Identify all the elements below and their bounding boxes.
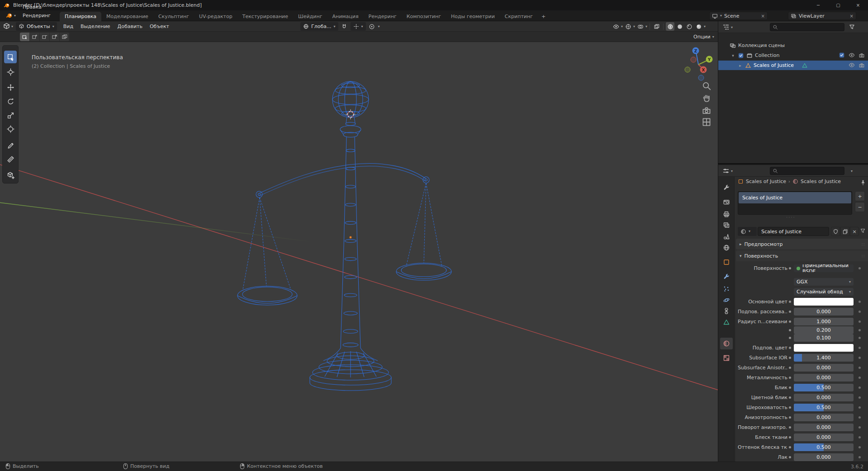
- decorator-dot[interactable]: [859, 377, 861, 379]
- decorator-dot[interactable]: [859, 320, 861, 323]
- measure-tool[interactable]: [4, 153, 17, 165]
- value-field[interactable]: 0.000: [794, 374, 854, 382]
- eye-icon[interactable]: [849, 62, 855, 68]
- minimize-button[interactable]: ─: [808, 0, 828, 10]
- color-swatch[interactable]: [794, 344, 854, 352]
- preview-panel-header[interactable]: ▸ Предпросмотр ∷: [736, 239, 868, 250]
- topbar-menu-1[interactable]: Правка: [19, 3, 54, 11]
- value-field[interactable]: 0.100: [794, 334, 854, 342]
- viewport-menu-0[interactable]: Вид: [60, 22, 77, 31]
- workspace-tab-1[interactable]: Моделирование: [101, 12, 153, 21]
- workspace-tab-4[interactable]: Текстурирование: [237, 12, 293, 21]
- maximize-button[interactable]: ▢: [828, 0, 848, 10]
- decorator-dot[interactable]: [859, 406, 861, 409]
- editor-type-icon[interactable]: [722, 167, 730, 174]
- view-layer-selector[interactable]: ViewLayer ×: [788, 12, 856, 20]
- tab-modifiers[interactable]: [720, 271, 733, 283]
- blender-menu-button[interactable]: ▾: [3, 12, 19, 19]
- fake-user-button[interactable]: [831, 227, 840, 236]
- value-field[interactable]: 0.200: [794, 326, 854, 334]
- outliner-row-0[interactable]: Коллекция сцены: [718, 41, 868, 50]
- decorator-dot[interactable]: [859, 426, 861, 429]
- ortho-toggle-icon[interactable]: [702, 117, 711, 127]
- move-tool[interactable]: [4, 81, 17, 94]
- eye-icon[interactable]: [849, 52, 855, 58]
- shader-button[interactable]: Принципиальный BSDF: [794, 264, 854, 272]
- xray-toggle[interactable]: [652, 22, 661, 31]
- decorator-dot[interactable]: [859, 456, 861, 458]
- properties-search-input[interactable]: [770, 167, 844, 175]
- zoom-view-icon[interactable]: [702, 81, 711, 91]
- camera-icon[interactable]: [859, 52, 865, 58]
- overlays-dropdown[interactable]: [636, 22, 645, 31]
- gizmo-negative-x[interactable]: [691, 57, 696, 62]
- navigation-gizmo[interactable]: Z Y X: [675, 43, 718, 86]
- surface-panel-header[interactable]: ▾ Поверхность ∷: [736, 250, 868, 261]
- select-mode-intersect[interactable]: [60, 33, 69, 41]
- value-field[interactable]: 0.000: [794, 394, 854, 401]
- snap-toggle[interactable]: [340, 22, 349, 31]
- checkbox-icon[interactable]: [839, 52, 845, 58]
- decorator-dot[interactable]: [859, 386, 861, 389]
- value-field[interactable]: 1.000: [794, 318, 854, 325]
- cursor-tool[interactable]: [4, 66, 17, 78]
- tab-view-layer[interactable]: [720, 219, 733, 231]
- workspace-tab-7[interactable]: Рендеринг: [364, 12, 402, 21]
- decorator-dot[interactable]: [859, 337, 861, 339]
- workspace-tab-0[interactable]: Планировка: [60, 12, 101, 21]
- tab-output[interactable]: [720, 208, 733, 220]
- decorator-dot[interactable]: [859, 367, 861, 369]
- outliner-row-1[interactable]: ▾Collection: [718, 51, 868, 60]
- value-field[interactable]: 0.500: [794, 384, 854, 391]
- shading-wireframe-button[interactable]: [666, 22, 674, 31]
- topbar-menu-2[interactable]: Рендеринг: [19, 11, 54, 20]
- workspace-tab-10[interactable]: Скриптинг: [500, 12, 538, 21]
- material-specials-icon[interactable]: [860, 228, 866, 234]
- value-field[interactable]: 1.400: [794, 354, 854, 362]
- tab-constraints[interactable]: [720, 305, 733, 317]
- browse-material-dropdown[interactable]: ▾: [738, 227, 757, 236]
- gizmo-negative-z[interactable]: [698, 75, 704, 80]
- editor-type-icon[interactable]: [3, 23, 10, 30]
- workspace-tab-2[interactable]: Скульптинг: [153, 12, 194, 21]
- pan-view-icon[interactable]: [702, 93, 711, 103]
- checkbox-icon[interactable]: [738, 52, 744, 59]
- value-field[interactable]: 0.500: [794, 443, 854, 451]
- decorator-dot[interactable]: [859, 446, 861, 448]
- rotate-tool[interactable]: [4, 95, 17, 108]
- outliner-search-input[interactable]: [770, 23, 844, 31]
- workspace-tab-9[interactable]: Ноды геометрии: [446, 12, 500, 21]
- tab-physics[interactable]: [720, 294, 733, 306]
- select-mode-subtract[interactable]: [40, 33, 49, 41]
- workspace-tab-6[interactable]: Анимация: [327, 12, 363, 21]
- dropdown-field[interactable]: Случайный обход▾: [794, 288, 854, 296]
- close-button[interactable]: ×: [848, 0, 868, 10]
- value-field[interactable]: 0.500: [794, 404, 854, 411]
- color-swatch[interactable]: [794, 298, 854, 306]
- decorator-dot[interactable]: [859, 357, 861, 359]
- remove-slot-button[interactable]: −: [855, 202, 865, 212]
- decorator-dot[interactable]: [859, 347, 861, 349]
- tab-object-data[interactable]: [720, 316, 733, 328]
- value-field[interactable]: 0.000: [794, 424, 854, 431]
- gizmos-dropdown[interactable]: [624, 22, 632, 31]
- mode-dropdown[interactable]: Объекты ▾: [16, 22, 57, 31]
- expander-closed-icon[interactable]: ▸: [738, 63, 743, 68]
- snap-target-dropdown[interactable]: ▾: [351, 22, 366, 31]
- viewport-menu-2[interactable]: Добавить: [114, 22, 146, 31]
- decorator-dot[interactable]: [859, 436, 861, 438]
- outliner-row-2[interactable]: ▸Scales of Justice: [718, 61, 868, 70]
- shading-material-button[interactable]: [685, 22, 693, 31]
- editor-type-icon[interactable]: [722, 24, 730, 31]
- tab-material[interactable]: [720, 338, 733, 349]
- camera-view-icon[interactable]: [702, 105, 711, 115]
- tab-scene[interactable]: [720, 231, 733, 242]
- select-mode-set[interactable]: [20, 33, 29, 41]
- workspace-tab-8[interactable]: Композитинг: [402, 12, 446, 21]
- unlink-view-layer-icon[interactable]: ×: [850, 14, 854, 19]
- decorator-dot[interactable]: [859, 267, 861, 269]
- tab-particles[interactable]: [720, 283, 733, 295]
- viewport-menu-1[interactable]: Выделение: [77, 22, 114, 31]
- proportional-editing-toggle[interactable]: [368, 22, 376, 31]
- value-field[interactable]: 0.000: [794, 453, 854, 461]
